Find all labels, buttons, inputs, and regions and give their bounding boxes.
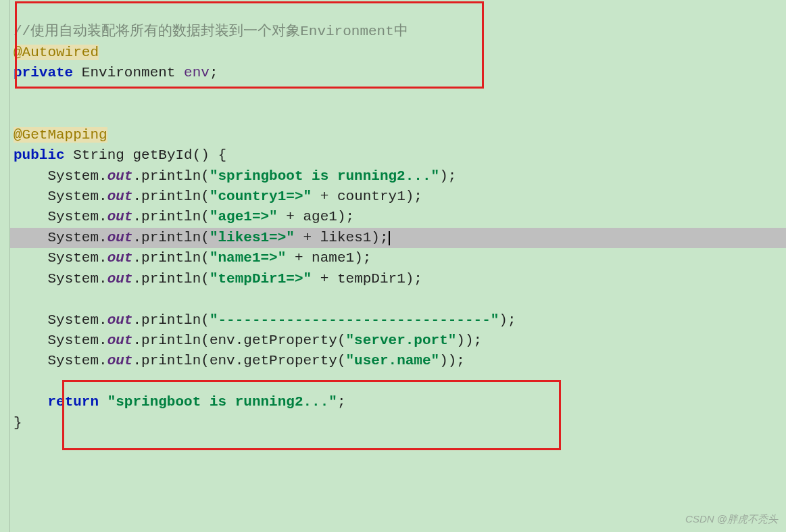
str-age: "age1=>": [210, 209, 278, 224]
watermark: CSDN @胖虎不秃头: [685, 512, 778, 527]
out: out: [107, 312, 133, 328]
println: .println(: [132, 189, 209, 204]
println: .println(: [132, 312, 209, 328]
sys: System.: [47, 333, 107, 348]
sys: System.: [47, 230, 107, 245]
method-sig: getById() {: [132, 147, 226, 163]
brace-close: }: [14, 415, 22, 431]
str-return: "springboot is running2...": [107, 394, 337, 410]
getprop: .getProperty(: [235, 353, 346, 368]
closeparen: ): [456, 333, 465, 348]
type-string: String: [73, 147, 124, 163]
plus: +: [312, 271, 337, 287]
sys: System.: [47, 353, 107, 368]
annotation-getmapping: @GetMapping: [14, 127, 107, 143]
out: out: [107, 333, 133, 348]
str-serverport: "server.port": [346, 333, 457, 348]
var-temp: tempDir1: [337, 271, 406, 287]
keyword-private: private: [14, 65, 73, 80]
annotation-autowired: @Autowired: [14, 45, 99, 60]
println: .println(: [132, 209, 209, 224]
println: .println(: [132, 250, 209, 266]
out: out: [107, 271, 133, 287]
println: .println(: [132, 271, 209, 287]
keyword-public: public: [14, 147, 65, 163]
close: );: [371, 230, 388, 245]
plus: +: [295, 230, 320, 245]
out: out: [107, 189, 133, 204]
str-temp: "tempDir1=>": [210, 271, 312, 287]
close: );: [465, 333, 482, 348]
sys: System.: [47, 209, 107, 224]
str-name: "name1=>": [210, 250, 286, 266]
code-editor[interactable]: //使用自动装配将所有的数据封装到一个对象Environment中 @Autow…: [0, 0, 786, 433]
close: );: [354, 250, 371, 266]
plus: +: [286, 250, 312, 266]
str-running: "springboot is running2...": [210, 168, 439, 184]
var-env: env: [210, 353, 235, 368]
gutter: [0, 0, 10, 532]
close: );: [448, 353, 465, 368]
println: .println(: [132, 353, 209, 368]
close: );: [406, 189, 422, 204]
var-country: country1: [337, 189, 406, 204]
var-age: age1: [303, 209, 337, 224]
semi: ;: [337, 394, 346, 410]
var-likes: likes1: [320, 230, 372, 245]
var-env: env: [184, 65, 210, 80]
semi: ;: [210, 65, 218, 80]
out: out: [107, 168, 133, 184]
plus: +: [312, 189, 337, 204]
str-country: "country1=>": [210, 189, 312, 204]
var-env: env: [210, 333, 235, 348]
out: out: [107, 209, 133, 224]
sys: System.: [47, 250, 107, 266]
println: .println(: [132, 168, 209, 184]
highlighted-code-line[interactable]: System.out.println("likes1=>" + likes1);: [0, 228, 786, 248]
close: );: [337, 209, 354, 224]
text-cursor: [389, 231, 390, 245]
plus: +: [278, 209, 303, 224]
sys: System.: [47, 189, 107, 204]
out: out: [107, 230, 133, 245]
println: .println(: [132, 333, 209, 348]
str-likes: "likes1=>": [210, 230, 295, 245]
out: out: [107, 250, 133, 266]
comment-line: //使用自动装配将所有的数据封装到一个对象Environment中: [14, 24, 408, 39]
out: out: [107, 353, 133, 368]
keyword-return: return: [47, 394, 99, 410]
println: .println(: [132, 230, 209, 245]
var-name: name1: [312, 250, 354, 266]
getprop: .getProperty(: [235, 333, 346, 348]
type-environment: Environment: [82, 65, 176, 80]
close: );: [439, 168, 456, 184]
str-dashes: "--------------------------------": [210, 312, 499, 328]
sys: System.: [47, 168, 107, 184]
close: );: [499, 312, 516, 328]
closeparen: ): [439, 353, 448, 368]
sys: System.: [47, 312, 107, 328]
close: );: [406, 271, 422, 287]
str-username: "user.name": [346, 353, 440, 368]
sys: System.: [47, 271, 107, 287]
